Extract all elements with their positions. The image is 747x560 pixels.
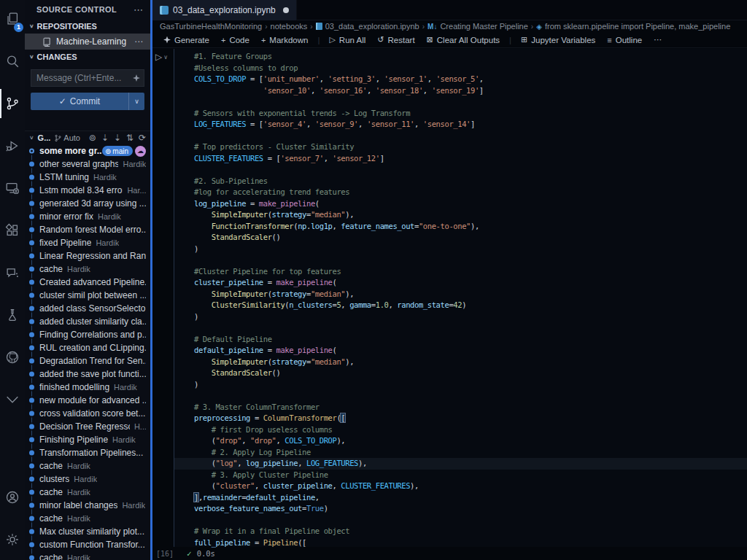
graph-auto-filter[interactable]: Auto [54, 133, 80, 142]
sidebar-more-actions-icon[interactable]: ⋯ [133, 4, 143, 15]
commit-message: cache [39, 461, 63, 471]
commit-item[interactable]: fixed PipelineHardik [25, 236, 150, 249]
commit-item[interactable]: cluster simil plot between ... [25, 289, 150, 302]
toolbar-outline-button[interactable]: ≡Outline [602, 33, 647, 47]
commit-item[interactable]: Degradation Trend for Sen... [25, 354, 150, 368]
commit-item[interactable]: added the save plot functi... [25, 368, 150, 381]
commit-item[interactable]: cacheHardik [25, 459, 150, 472]
commit-button[interactable]: ✓ Commit ∨ [31, 93, 144, 110]
breadcrumb-item[interactable]: 03_data_exploration.ipynb [325, 22, 419, 31]
toolbar-clear-all-outputs-button[interactable]: ⊠Clear All Outputs [422, 33, 506, 47]
commit-item[interactable]: cacheHardik [25, 512, 150, 525]
target-icon[interactable]: ⊚ [89, 133, 96, 143]
testing-icon[interactable] [0, 300, 25, 330]
commit-item[interactable]: clustersHardik [25, 472, 150, 486]
commit-message: added the save plot functi... [39, 369, 146, 379]
commit-item[interactable]: Max cluster similarity plot... [25, 525, 150, 538]
search-icon[interactable] [0, 47, 25, 76]
code-editor[interactable]: #1. Feature Groups#Useless columns to dr… [174, 51, 747, 547]
breadcrumb-item[interactable]: notebooks [271, 22, 308, 31]
commit-item[interactable]: added cluster similarity cla... [25, 315, 150, 328]
code-line: COLS_TO_DROP = ['unit_number', 'setting_… [174, 74, 747, 85]
commit-item[interactable]: cacheHardik [25, 551, 150, 560]
commit-message: cross validation score bet... [39, 408, 145, 419]
breadcrumb-item[interactable]: Creating Master Pipeline [440, 22, 527, 31]
commit-item[interactable]: new module for advanced ... [25, 394, 150, 407]
commit-node-icon [29, 516, 34, 521]
cell-run-button[interactable]: ▷∨ [155, 52, 174, 63]
commit-message: LSTM tuning [39, 172, 89, 182]
commit-item[interactable]: LSTM tuningHardik [25, 171, 150, 184]
commit-author: Hardik [67, 514, 90, 523]
toolbar-run-all-button[interactable]: ▷Run All [324, 33, 371, 47]
commit-item[interactable]: cacheHardik [25, 262, 150, 276]
cloud-badge-icon[interactable]: ☁ [135, 146, 146, 157]
code-line: SimpleImputer(strategy="median"), [174, 209, 747, 221]
execution-count: [16] [156, 550, 181, 558]
commit-item[interactable]: Finding Correlations and p... [25, 328, 150, 341]
commit-item[interactable]: minor error fixHardik [25, 210, 150, 223]
commit-node-icon [29, 503, 34, 508]
fetch-icon[interactable]: ⇣ [101, 133, 109, 143]
repository-item[interactable]: Machine-Learning ⋯ [25, 34, 150, 50]
extensions-icon[interactable] [0, 216, 25, 245]
toolbar-more-button[interactable]: ⋯ [649, 33, 667, 47]
modified-dot-icon[interactable] [283, 7, 289, 13]
commit-item[interactable]: minor label changesHardik [25, 499, 150, 512]
chevron-right-icon: › [531, 23, 533, 31]
remote-explorer-icon[interactable] [0, 174, 25, 203]
commit-item[interactable]: Created advanced Pipeline... [25, 276, 150, 289]
commit-dropdown-icon[interactable]: ∨ [128, 93, 144, 110]
graph-section-header: ∨ G... Auto ⊚ ⇣ ⇣ ⇅ ⟳ [25, 131, 150, 144]
explorer-icon[interactable]: 1 [0, 4, 25, 34]
commit-item[interactable]: Finishing PipelineHardik [25, 433, 150, 446]
repository-more-icon[interactable]: ⋯ [134, 36, 143, 47]
commit-item[interactable]: Lstm model 8.34 errorHar... [25, 184, 150, 197]
commit-item[interactable]: some more gr...⊚main☁ [25, 144, 150, 158]
commit-item[interactable]: RUL creation and CLipping... [25, 341, 150, 354]
notebook-cell: #1. Feature Groups#Useless columns to dr… [174, 49, 747, 547]
refresh-icon[interactable]: ⟳ [139, 133, 146, 143]
tab-notebook[interactable]: 03_data_exploration.ipynb [152, 0, 297, 20]
breadcrumb-item[interactable]: from sklearn.pipeline import Pipeline, m… [545, 22, 730, 31]
sidebar-header: SOURCE CONTROL ⋯ [25, 0, 150, 19]
commit-message: fixed Pipeline [39, 238, 91, 248]
variables-icon: ⊞ [521, 35, 527, 44]
commit-item[interactable]: Linear Regression and Ran... [25, 249, 150, 262]
toolbar-jupyter-variables-button[interactable]: ⊞Jupyter Variables [516, 33, 600, 47]
commit-item[interactable]: cross validation score bet... [25, 407, 150, 420]
commit-message: added class SensorSelecto... [39, 303, 146, 314]
pull-icon[interactable]: ⇣ [114, 133, 121, 143]
commit-message-input[interactable] [31, 69, 144, 87]
run-debug-icon[interactable] [0, 131, 25, 160]
toolbar-code-button[interactable]: +Code [216, 33, 255, 47]
accounts-icon[interactable] [0, 483, 25, 512]
commit-node-icon [29, 556, 34, 560]
branch-badge[interactable]: ⊚main [102, 146, 133, 156]
commit-item[interactable]: Transformation Pipelines... [25, 446, 150, 459]
commit-node-icon [29, 293, 34, 298]
commit-item[interactable]: generated 3d array using ... [25, 197, 150, 210]
repositories-section-header[interactable]: ∨ REPOSITORIES [25, 19, 150, 34]
commit-node-icon [29, 542, 34, 548]
settings-gear-icon[interactable] [0, 525, 25, 554]
commit-item[interactable]: custom Function Transfor... [25, 538, 150, 551]
commit-item[interactable]: Decision Tree RegressorH... [25, 420, 150, 433]
commit-item[interactable]: Random forest Model erro... [25, 223, 150, 236]
toolbar-restart-button[interactable]: ↺Restart [372, 33, 419, 47]
changes-section-header[interactable]: ∨ CHANGES [25, 50, 150, 64]
push-pull-icon[interactable]: ⇅ [126, 133, 133, 143]
copilot-chat-icon[interactable] [0, 258, 25, 287]
commit-item[interactable]: cacheHardik [25, 486, 150, 499]
commit-item[interactable]: finished modellingHardik [25, 381, 150, 394]
commit-item[interactable]: other several graphsHardik [25, 158, 150, 171]
toolbar-markdown-button[interactable]: +Markdown [256, 33, 314, 47]
source-control-icon[interactable] [0, 89, 25, 118]
commit-item[interactable]: added class SensorSelecto... [25, 302, 150, 315]
breadcrumb-item[interactable]: GasTurbineHealthMonitoring [160, 22, 262, 31]
sparkle-icon [163, 36, 171, 44]
toolbar-generate-button[interactable]: Generate [158, 33, 214, 47]
gitlens-icon[interactable] [0, 385, 25, 414]
commit-author: Hardik [67, 553, 90, 560]
github-icon[interactable] [0, 343, 25, 372]
